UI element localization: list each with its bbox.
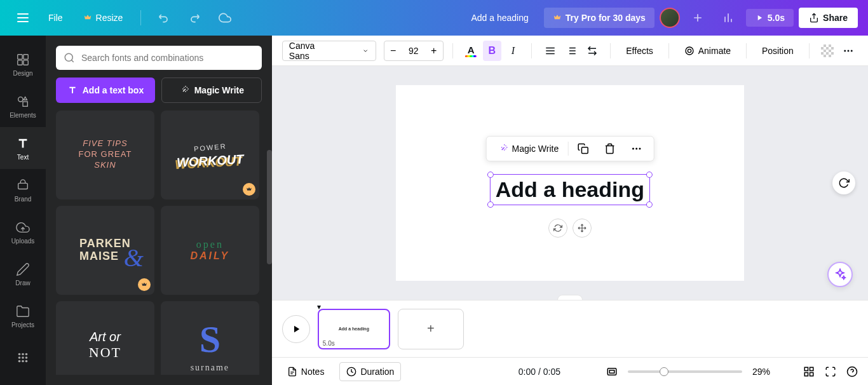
rail-elements[interactable]: Elements: [0, 85, 46, 127]
resize-button[interactable]: Resize: [76, 8, 131, 28]
template-card[interactable]: PARKENMAISE&: [56, 206, 154, 295]
playhead-marker[interactable]: ▾: [317, 302, 321, 311]
divider: [140, 10, 141, 25]
undo-button[interactable]: [151, 5, 177, 30]
spacing-button[interactable]: [583, 41, 601, 61]
redo-button[interactable]: [182, 5, 207, 30]
notes-button[interactable]: Notes: [282, 364, 330, 379]
font-family-select[interactable]: Canva Sans: [282, 41, 376, 61]
template-card[interactable]: Ssurname: [161, 301, 259, 375]
time-display: 0:00 / 0:05: [519, 367, 560, 377]
svg-point-9: [25, 353, 28, 356]
zoom-percent[interactable]: 29%: [752, 367, 770, 377]
pro-badge-icon: [138, 278, 151, 291]
template-card[interactable]: POWERWORKOUT: [161, 111, 259, 199]
svg-point-11: [22, 356, 24, 359]
svg-rect-6: [18, 183, 28, 189]
move-button[interactable]: [573, 219, 592, 238]
analytics-button[interactable]: [715, 5, 741, 30]
add-button[interactable]: [685, 5, 710, 30]
rail-projects[interactable]: Projects: [0, 295, 46, 337]
font-size-decrease[interactable]: −: [384, 41, 402, 60]
heading-text[interactable]: Add a heading: [496, 177, 644, 202]
animate-button[interactable]: Animate: [678, 42, 737, 60]
document-title[interactable]: Add a heading: [461, 8, 538, 28]
magic-write-context-button[interactable]: Magic Write: [492, 138, 566, 159]
more-options-button[interactable]: [839, 41, 858, 61]
top-bar: File Resize Add a heading Try Pro for 30…: [0, 0, 868, 36]
search-box[interactable]: [56, 46, 262, 70]
text-color-button[interactable]: A: [462, 41, 480, 61]
effects-button[interactable]: Effects: [620, 42, 660, 60]
svg-rect-1: [24, 54, 28, 58]
svg-point-12: [25, 356, 28, 359]
help-icon[interactable]: [846, 366, 858, 377]
fit-icon[interactable]: [606, 366, 618, 377]
canvas-page[interactable]: Magic Write Add a heading: [396, 85, 744, 281]
add-text-box-button[interactable]: Add a text box: [56, 78, 155, 103]
delete-button[interactable]: [597, 138, 621, 159]
template-card[interactable]: Art orNOT: [56, 301, 154, 375]
list-button[interactable]: [562, 41, 580, 61]
font-size-increase[interactable]: +: [425, 41, 443, 60]
side-panel: Add a text box Magic Write FIVE TIPSFOR …: [46, 36, 272, 385]
resize-handle[interactable]: [487, 172, 494, 178]
text-icon: [67, 85, 78, 95]
resize-handle[interactable]: [646, 201, 653, 208]
font-size-input[interactable]: [402, 46, 425, 56]
svg-point-10: [18, 356, 21, 359]
rail-uploads[interactable]: Uploads: [0, 211, 46, 253]
search-input[interactable]: [81, 53, 254, 63]
rail-design[interactable]: Design: [0, 43, 46, 85]
canvas-viewport[interactable]: Magic Write Add a heading: [272, 66, 868, 300]
user-avatar[interactable]: [660, 8, 680, 28]
resize-handle[interactable]: [646, 172, 653, 178]
text-toolbar: Canva Sans − + A B I: [272, 36, 868, 66]
alignment-button[interactable]: [541, 41, 559, 61]
rail-apps[interactable]: [0, 337, 46, 379]
resize-handle[interactable]: [487, 201, 494, 208]
slider-thumb[interactable]: [660, 367, 668, 376]
svg-point-25: [639, 148, 641, 150]
template-card[interactable]: openDAILY: [161, 206, 259, 295]
text-element-selected[interactable]: Add a heading: [490, 174, 650, 205]
svg-point-14: [22, 360, 24, 363]
zoom-slider[interactable]: [628, 370, 742, 373]
fullscreen-icon[interactable]: [825, 366, 836, 377]
pro-badge-icon: [243, 183, 255, 196]
template-card[interactable]: FIVE TIPSFOR GREATSKIN: [56, 111, 154, 199]
bold-button[interactable]: B: [483, 41, 501, 61]
share-button[interactable]: Share: [799, 8, 858, 28]
file-menu[interactable]: File: [41, 8, 71, 28]
cloud-sync-icon[interactable]: [212, 5, 238, 30]
duration-button[interactable]: Duration: [339, 362, 401, 381]
timeline-page-thumb[interactable]: ▾ Add a heading 5.0s: [318, 309, 390, 349]
duplicate-button[interactable]: [571, 138, 595, 159]
more-button[interactable]: [624, 138, 648, 159]
menu-button[interactable]: [10, 5, 36, 30]
rail-brand[interactable]: Brand: [0, 169, 46, 211]
try-pro-button[interactable]: Try Pro for 30 days: [544, 8, 654, 28]
magic-wand-icon: [498, 144, 508, 154]
rotate-button[interactable]: [548, 219, 567, 238]
present-button[interactable]: 5.0s: [746, 9, 794, 27]
add-page-button[interactable]: +: [398, 309, 464, 349]
ai-assistant-button[interactable]: [827, 262, 853, 287]
magic-wand-icon: [179, 85, 189, 95]
scrollbar[interactable]: [267, 150, 272, 264]
rail-draw[interactable]: Draw: [0, 253, 46, 295]
next-page-button[interactable]: [832, 172, 855, 194]
animate-icon: [684, 46, 695, 56]
grid-view-icon[interactable]: [803, 366, 815, 377]
element-toolbar: Magic Write: [486, 136, 654, 161]
svg-point-21: [851, 50, 853, 51]
italic-button[interactable]: I: [504, 41, 522, 61]
svg-rect-22: [581, 147, 588, 154]
transparency-button[interactable]: [818, 41, 837, 61]
play-button[interactable]: [282, 315, 310, 343]
position-button[interactable]: Position: [756, 42, 800, 60]
svg-point-19: [844, 50, 846, 51]
timeline: ▾ Add a heading 5.0s +: [272, 300, 868, 357]
rail-text[interactable]: Text: [0, 127, 46, 169]
magic-write-button[interactable]: Magic Write: [161, 78, 262, 103]
